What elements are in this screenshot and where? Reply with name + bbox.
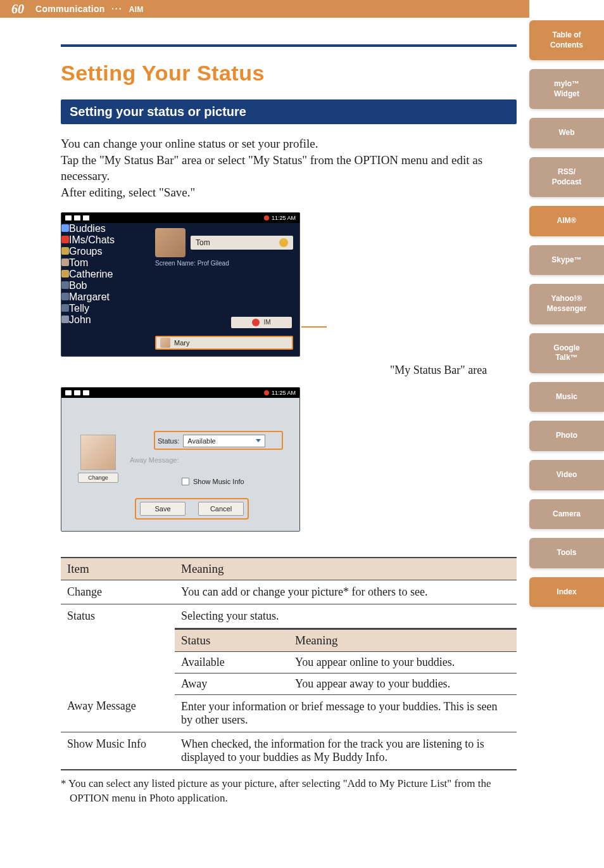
sidebar-item-ims[interactable]: IMs/Chats bbox=[61, 234, 145, 246]
cell-item: Change bbox=[61, 580, 175, 604]
change-button[interactable]: Change bbox=[78, 473, 118, 483]
highlight-frame-status bbox=[154, 431, 283, 450]
cell-item: Status bbox=[61, 604, 175, 694]
table-row: AwayYou appear away to your buddies. bbox=[175, 673, 517, 694]
page-title: Setting Your Status bbox=[61, 61, 517, 86]
cell-meaning: Enter your information or brief message … bbox=[175, 694, 517, 732]
contact-name: Margaret bbox=[69, 291, 110, 302]
sidebar-item-groups[interactable]: Groups bbox=[61, 246, 145, 257]
sidebar-label: IMs/Chats bbox=[69, 234, 115, 245]
th-item: Item bbox=[61, 558, 175, 580]
cell-status: Available bbox=[175, 651, 289, 673]
th-meaning: Meaning bbox=[175, 558, 517, 580]
divider-rule bbox=[61, 44, 517, 47]
nav-tab[interactable]: Web bbox=[529, 118, 604, 148]
cell-item: Away Message bbox=[61, 694, 175, 732]
nav-tab[interactable]: Photo bbox=[529, 421, 604, 451]
contact-detail: Tom Screen Name: Prof Gilead bbox=[155, 228, 293, 267]
chat-icon bbox=[83, 390, 89, 395]
my-status-panel: Change Status: Available Away Message: S… bbox=[61, 398, 299, 531]
nav-tab[interactable]: Table ofContents bbox=[529, 20, 604, 60]
rec-dot-icon bbox=[264, 390, 269, 395]
table-row: Away Message Enter your information or b… bbox=[61, 694, 517, 732]
aim-dot-icon bbox=[252, 319, 260, 326]
cell-meaning: When checked, the information for the tr… bbox=[175, 732, 517, 770]
contact-name-bar: Tom bbox=[191, 236, 293, 250]
body-p2: Tap the "My Status Bar" area or select "… bbox=[61, 152, 517, 184]
breadcrumb: Communication ··· AIM bbox=[35, 4, 144, 14]
checkbox[interactable] bbox=[182, 478, 189, 485]
contact-row[interactable]: John bbox=[61, 314, 145, 326]
contact-name: Bob bbox=[69, 280, 87, 291]
th-meaning: Meaning bbox=[289, 629, 517, 652]
cell-item: Show Music Info bbox=[61, 732, 175, 770]
breadcrumb-subsection: AIM bbox=[129, 5, 144, 14]
status-icons bbox=[65, 390, 89, 395]
clock-text: 11:25 AM bbox=[272, 215, 296, 221]
device-status-bar: 11:25 AM bbox=[61, 388, 299, 398]
nav-tab[interactable]: Camera bbox=[529, 499, 604, 530]
contact-avatar bbox=[155, 228, 186, 257]
nav-tab[interactable]: Yahoo!®Messenger bbox=[529, 284, 604, 324]
my-status-user: Mary bbox=[174, 339, 189, 347]
contact-row-tom[interactable]: Tom bbox=[61, 257, 145, 269]
chat-icon bbox=[83, 215, 89, 220]
buddies-icon bbox=[61, 224, 69, 232]
breadcrumb-sep: ··· bbox=[111, 4, 123, 14]
cell-meaning: Selecting your status. bbox=[175, 604, 517, 628]
nav-tab[interactable]: Skype™ bbox=[529, 245, 604, 276]
sidebar-label: Buddies bbox=[69, 223, 106, 234]
battery-icon bbox=[65, 390, 72, 395]
away-message-row: Away Message: bbox=[130, 456, 179, 464]
my-status-bar[interactable]: Mary bbox=[155, 336, 293, 350]
callout-label: "My Status Bar" area bbox=[390, 364, 487, 377]
contact-row[interactable]: Catherine bbox=[61, 269, 145, 280]
nav-tab[interactable]: Index bbox=[529, 577, 604, 608]
section-heading: Setting your status or picture bbox=[61, 99, 517, 124]
cell-meaning: You appear away to your buddies. bbox=[289, 673, 517, 694]
my-avatar-thumb bbox=[160, 338, 170, 348]
sidebar-label: Groups bbox=[69, 246, 102, 257]
person-icon bbox=[61, 293, 69, 300]
nav-tab[interactable]: AIM® bbox=[529, 206, 604, 236]
cell-meaning: You appear online to your buddies. bbox=[289, 651, 517, 673]
cell-status: Away bbox=[175, 673, 289, 694]
page-number: 60 bbox=[11, 2, 24, 16]
main-content: Setting Your Status Setting your status … bbox=[61, 44, 517, 805]
im-button[interactable]: IM bbox=[231, 317, 292, 328]
footnote: * You can select any listed picture as y… bbox=[61, 777, 517, 806]
status-subtable: StatusMeaning AvailableYou appear online… bbox=[175, 629, 517, 694]
nav-tab[interactable]: Music bbox=[529, 382, 604, 412]
contact-name: Catherine bbox=[69, 269, 113, 279]
contact-row[interactable]: Bob bbox=[61, 280, 145, 291]
show-music-row[interactable]: Show Music Info bbox=[182, 478, 244, 485]
wifi-icon bbox=[74, 390, 80, 395]
rec-dot-icon bbox=[264, 215, 269, 220]
callout-connector bbox=[301, 326, 327, 328]
sidebar-item-buddies[interactable]: Buddies bbox=[61, 223, 145, 234]
page-header: 60 Communication ··· AIM bbox=[0, 0, 529, 18]
device-status-bar: 11:25 AM bbox=[61, 213, 299, 223]
contact-name: John bbox=[69, 314, 91, 325]
battery-icon bbox=[65, 215, 72, 220]
nav-tab[interactable]: Video bbox=[529, 460, 604, 490]
nav-tab[interactable]: mylo™Widget bbox=[529, 69, 604, 109]
im-label: IM bbox=[263, 319, 270, 326]
nav-tab[interactable]: RSS/Podcast bbox=[529, 157, 604, 197]
nav-tab[interactable]: Tools bbox=[529, 538, 604, 568]
table-header-row: Item Meaning bbox=[61, 558, 517, 580]
avatar-thumb-icon bbox=[61, 258, 69, 266]
breadcrumb-section: Communication bbox=[35, 4, 105, 14]
contact-row[interactable]: Margaret bbox=[61, 291, 145, 303]
contact-name-text: Tom bbox=[196, 238, 210, 247]
screen-name-value: Prof Gilead bbox=[198, 260, 229, 267]
person-icon bbox=[61, 316, 69, 323]
aim-icon bbox=[61, 236, 69, 243]
body-p3: After editing, select "Save." bbox=[61, 184, 517, 201]
contact-row[interactable]: Telly bbox=[61, 303, 145, 314]
highlight-frame-buttons bbox=[135, 498, 249, 520]
clock-text: 11:25 AM bbox=[272, 390, 296, 396]
person-icon bbox=[61, 281, 69, 289]
contact-name: Tom bbox=[69, 257, 88, 268]
nav-tab[interactable]: GoogleTalk™ bbox=[529, 333, 604, 373]
